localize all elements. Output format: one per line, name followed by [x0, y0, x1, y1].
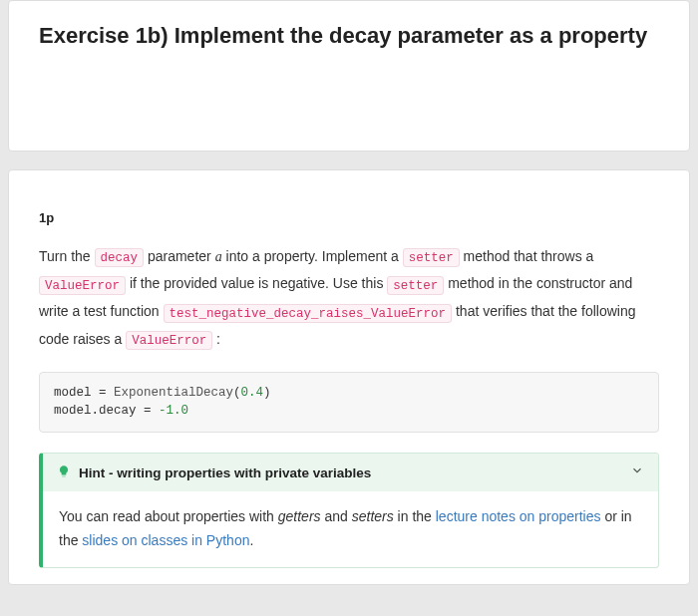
exercise-title: Exercise 1b) Implement the decay paramet… [39, 21, 659, 51]
hint-box: Hint - writing properties with private v… [39, 453, 659, 568]
text-segment: Turn the [39, 248, 95, 264]
points-label: 1p [39, 210, 659, 225]
var-a: a [215, 249, 222, 264]
lightbulb-icon [57, 464, 71, 480]
chevron-down-icon [630, 463, 644, 481]
code-number: 0.4 [241, 386, 264, 400]
getters-em: getters [278, 508, 321, 524]
title-card: Exercise 1b) Implement the decay paramet… [8, 0, 690, 152]
code-text: model = [54, 386, 114, 400]
text-segment: You can read about properties with [59, 508, 278, 524]
text-segment: into a property. Implement a [222, 248, 403, 264]
setters-em: setters [352, 508, 394, 524]
hint-header[interactable]: Hint - writing properties with private v… [43, 454, 658, 491]
code-valueerror: ValueError [126, 331, 212, 350]
code-setter: setter [387, 276, 444, 295]
hint-title: Hint - writing properties with private v… [79, 465, 371, 480]
text-segment: in the [394, 508, 436, 524]
instructions-text: Turn the decay parameter a into a proper… [39, 243, 659, 354]
code-text: model.decay = [54, 404, 159, 418]
code-text: ExponentialDecay [114, 386, 233, 400]
text-segment: if the provided value is negative. Use t… [126, 275, 387, 291]
code-block: model = ExponentialDecay(0.4) model.deca… [39, 372, 659, 434]
content-card: 1p Turn the decay parameter a into a pro… [8, 169, 690, 585]
text-segment: parameter [144, 248, 215, 264]
text-segment: . [249, 532, 253, 548]
code-text: ( [233, 386, 241, 400]
text-segment: : [212, 331, 220, 347]
code-test-function: test_negative_decay_raises_ValueError [164, 304, 453, 323]
lecture-notes-link[interactable]: lecture notes on properties [436, 508, 601, 524]
code-decay: decay [95, 248, 145, 267]
code-text: ) [263, 386, 271, 400]
code-setter: setter [403, 248, 460, 267]
code-number: -1.0 [159, 404, 188, 418]
text-segment: and [321, 508, 352, 524]
slides-link[interactable]: slides on classes in Python [82, 532, 249, 548]
text-segment: method that throws a [460, 248, 594, 264]
code-valueerror: ValueError [39, 276, 126, 295]
hint-body: You can read about properties with gette… [43, 491, 658, 567]
hint-header-left: Hint - writing properties with private v… [57, 464, 371, 480]
